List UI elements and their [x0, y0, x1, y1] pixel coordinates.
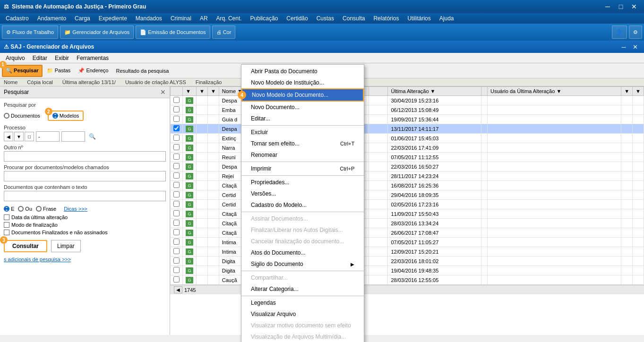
- search-name-input[interactable]: [4, 171, 166, 181]
- context-menu-item-12[interactable]: Propriedades...: [241, 177, 364, 188]
- radio-ou[interactable]: Ou: [18, 206, 32, 212]
- modo-finalizacao-checkbox[interactable]: [4, 222, 9, 228]
- saj-menu-arquivo[interactable]: Arquivo: [2, 54, 29, 62]
- context-menu-item-8[interactable]: Renomear: [241, 149, 364, 161]
- row-check[interactable]: [171, 275, 183, 285]
- pesquisar-button[interactable]: 🔍 Pesquisar: [2, 65, 43, 77]
- row-check[interactable]: [171, 247, 183, 256]
- endereco-button[interactable]: 📌 Endereço: [75, 65, 112, 77]
- finalizados-checkbox[interactable]: [4, 230, 9, 235]
- menu-consulta[interactable]: Consulta: [339, 14, 369, 23]
- row-check[interactable]: [171, 134, 183, 143]
- menu-mandados[interactable]: Mandados: [132, 14, 166, 23]
- row-check[interactable]: [171, 209, 183, 219]
- row-check[interactable]: [171, 124, 183, 134]
- col-filter4[interactable]: ▼: [621, 87, 633, 96]
- toolbar-cor[interactable]: 🖨 Cor: [212, 26, 236, 39]
- menu-utilitarios[interactable]: Utilitários: [404, 14, 434, 23]
- process-part2-input[interactable]: [61, 131, 85, 142]
- nav-square-button[interactable]: □: [25, 132, 34, 141]
- consultar-button[interactable]: Consultar: [4, 240, 47, 252]
- menu-certidao[interactable]: Certidão: [283, 14, 311, 23]
- row-check[interactable]: [171, 219, 183, 228]
- radio-e[interactable]: E: [4, 206, 14, 212]
- toolbar-settings[interactable]: ⚙: [629, 26, 642, 39]
- context-menu-item-2[interactable]: Novo Modelo de Documento...4: [241, 88, 364, 102]
- row-check[interactable]: [171, 181, 183, 190]
- maximize-button[interactable]: □: [615, 2, 627, 11]
- menu-expediente[interactable]: Expediente: [95, 14, 131, 23]
- close-button[interactable]: ✕: [628, 2, 640, 11]
- row-check[interactable]: [171, 162, 183, 171]
- process-search-button[interactable]: 🔍: [87, 132, 98, 141]
- context-menu-item-14[interactable]: Cadastro do Modelo...: [241, 199, 364, 211]
- resultado-pesquisa-button[interactable]: Resultado da pesquisa: [112, 65, 172, 77]
- row-check[interactable]: [171, 200, 183, 209]
- menu-ar[interactable]: AR: [196, 14, 212, 23]
- context-menu-item-7[interactable]: Tornar sem efeito...Ctrl+T: [241, 138, 364, 149]
- toolbar-user[interactable]: 👤: [612, 26, 627, 39]
- outro-numero-input[interactable]: [4, 151, 166, 162]
- saj-menu-exibir[interactable]: Exibir: [51, 54, 73, 62]
- context-menu-item-26[interactable]: Visualizar Arquivo: [241, 308, 364, 320]
- footer-nav-button[interactable]: ◀: [174, 286, 182, 293]
- menu-arq-cent[interactable]: Arq. Cent.: [213, 14, 246, 23]
- context-menu-item-4[interactable]: Editar...: [241, 113, 364, 124]
- saj-minimize-button[interactable]: ─: [618, 42, 629, 51]
- context-menu-item-3[interactable]: Novo Documento...: [241, 102, 364, 113]
- col-filter3[interactable]: ▼: [207, 87, 219, 96]
- menu-carga[interactable]: Carga: [71, 14, 94, 23]
- menu-publicacao[interactable]: Publicação: [247, 14, 282, 23]
- contains-text-input[interactable]: [4, 191, 166, 201]
- minimize-button[interactable]: ─: [601, 2, 614, 11]
- radio-documentos[interactable]: Documentos: [4, 113, 40, 119]
- toolbar-gerenciador-arquivos[interactable]: 📁 Gerenciador de Arquivos: [60, 26, 134, 39]
- row-check[interactable]: [171, 256, 183, 266]
- context-menu-item-6[interactable]: Excluir: [241, 127, 364, 138]
- menu-custas[interactable]: Custas: [313, 14, 338, 23]
- menu-relatorios[interactable]: Relatórios: [369, 14, 403, 23]
- context-menu-item-10[interactable]: ImprimirCtrl+P: [241, 163, 364, 174]
- row-check[interactable]: [171, 105, 183, 115]
- nav-down-button[interactable]: ▼: [14, 132, 24, 141]
- row-check[interactable]: [171, 115, 183, 124]
- menu-ajuda[interactable]: Ajuda: [436, 14, 458, 23]
- data-alteracao-checkbox[interactable]: [4, 214, 9, 220]
- menu-andamento[interactable]: Andamento: [34, 14, 70, 23]
- pastas-button[interactable]: 📁 Pastas: [43, 65, 74, 77]
- context-menu-item-19[interactable]: Atos do Documento...: [241, 247, 364, 258]
- row-check[interactable]: [171, 143, 183, 153]
- context-menu-item-23[interactable]: Alterar Categoria...: [241, 283, 364, 295]
- nav-left-button[interactable]: ◀: [4, 132, 13, 141]
- panel-close-button[interactable]: ✕: [160, 88, 166, 96]
- context-menu-item-25[interactable]: Legendas: [241, 297, 364, 308]
- row-check[interactable]: [171, 190, 183, 200]
- process-part1-input[interactable]: [36, 131, 60, 142]
- menu-criminal[interactable]: Criminal: [167, 14, 195, 23]
- context-menu-item-13[interactable]: Versões...: [241, 188, 364, 199]
- context-menu-item-1[interactable]: Novo Modelo de Instituição...: [241, 77, 364, 88]
- saj-close-button[interactable]: ✕: [630, 42, 640, 51]
- col-filter5[interactable]: ▼: [633, 87, 644, 96]
- more-options-link[interactable]: s adicionais de pesquisa >>>: [4, 256, 71, 262]
- col-filter1[interactable]: ▼: [183, 87, 197, 96]
- row-check[interactable]: [171, 228, 183, 238]
- limpar-button[interactable]: Limpar: [51, 240, 81, 252]
- saj-menu-editar[interactable]: Editar: [29, 54, 51, 62]
- col-filter2[interactable]: ▼: [197, 87, 208, 96]
- row-check[interactable]: [171, 266, 183, 275]
- radio-modelos[interactable]: 2 Modelos: [48, 111, 84, 121]
- menu-cadastro[interactable]: Cadastro: [2, 14, 33, 23]
- row-check[interactable]: [171, 238, 183, 247]
- row-check[interactable]: [171, 171, 183, 181]
- context-menu-item-0[interactable]: Abrir Pasta do Documento: [241, 66, 364, 77]
- saj-menu-ferramentas[interactable]: Ferramentas: [73, 54, 112, 62]
- toolbar-emissao-documentos[interactable]: 📄 Emissão de Documentos: [136, 26, 210, 39]
- col-check[interactable]: [171, 87, 183, 96]
- dicas-link[interactable]: Dicas >>>: [64, 206, 87, 212]
- toolbar-fluxo-trabalho[interactable]: ⚙ Fluxo de Trabalho: [2, 26, 58, 39]
- context-menu-item-20[interactable]: Sigilo do Documento▶: [241, 258, 364, 270]
- radio-frase[interactable]: Frase: [36, 206, 56, 212]
- row-check[interactable]: [171, 153, 183, 162]
- row-check[interactable]: [171, 96, 183, 105]
